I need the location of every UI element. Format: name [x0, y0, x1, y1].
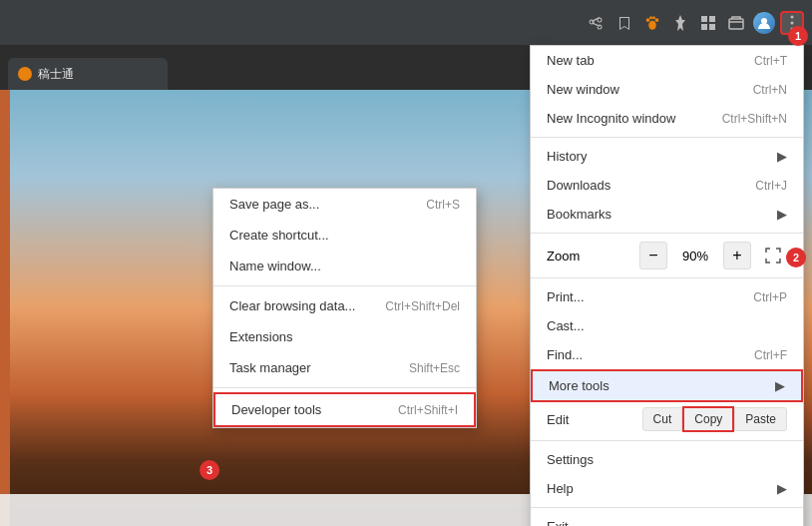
menu-new-window[interactable]: New window Ctrl+N: [531, 75, 803, 104]
avatar[interactable]: [752, 11, 776, 35]
paste-button[interactable]: Paste: [734, 407, 787, 431]
menu-sep1: [531, 137, 803, 138]
share-icon[interactable]: [585, 11, 609, 35]
menu-exit[interactable]: Exit: [531, 512, 803, 526]
submenu-create-shortcut[interactable]: Create shortcut...: [213, 220, 476, 251]
menu-sep3: [531, 277, 803, 278]
copy-button[interactable]: Copy: [682, 406, 734, 432]
zoom-minus-button[interactable]: −: [639, 242, 667, 269]
submenu-clear-browsing[interactable]: Clear browsing data... Ctrl+Shift+Del: [213, 290, 476, 321]
menu-new-incognito[interactable]: New Incognito window Ctrl+Shift+N: [531, 104, 803, 133]
submenu-task-manager[interactable]: Task manager Shift+Esc: [213, 352, 476, 383]
badge-1: 1: [788, 26, 808, 46]
svg-point-11: [791, 15, 794, 18]
svg-point-1: [649, 16, 652, 19]
menu-sep5: [531, 507, 803, 508]
svg-rect-9: [729, 19, 743, 29]
paw-icon[interactable]: [640, 11, 664, 35]
svg-point-2: [652, 16, 655, 19]
submenu-sep1: [213, 285, 476, 286]
more-tools-submenu: Save page as... Ctrl+S Create shortcut..…: [212, 188, 477, 428]
fullscreen-button[interactable]: [759, 242, 787, 269]
zoom-row: Zoom − 90% +: [531, 238, 803, 273]
svg-point-0: [646, 18, 650, 22]
edit-row: Edit Cut Copy Paste: [531, 402, 803, 436]
active-tab[interactable]: 稿士通: [8, 58, 168, 90]
svg-point-12: [791, 21, 794, 24]
svg-point-4: [648, 20, 656, 29]
pin-icon[interactable]: [668, 11, 692, 35]
menu-sep4: [531, 440, 803, 441]
menu-settings[interactable]: Settings: [531, 445, 803, 474]
menu-more-tools[interactable]: More tools ▶: [531, 369, 803, 402]
svg-rect-7: [701, 24, 707, 30]
menu-cast[interactable]: Cast...: [531, 311, 803, 340]
menu-print[interactable]: Print... Ctrl+P: [531, 282, 803, 311]
tab-title: 稿士通: [38, 66, 74, 83]
submenu-sep2: [213, 387, 476, 388]
svg-rect-8: [709, 24, 715, 30]
zoom-plus-button[interactable]: +: [723, 242, 751, 269]
toolbar: [0, 0, 812, 45]
menu-history[interactable]: History ▶: [531, 142, 803, 171]
svg-rect-5: [701, 16, 707, 22]
menu-help[interactable]: Help ▶: [531, 474, 803, 503]
submenu-developer-tools[interactable]: Developer tools Ctrl+Shift+I: [213, 392, 476, 427]
zoom-value: 90%: [675, 249, 715, 263]
badge-3: 3: [200, 460, 219, 480]
main-dropdown-menu: New tab Ctrl+T New window Ctrl+N New Inc…: [530, 45, 804, 526]
tab-favicon: [18, 67, 32, 81]
menu-new-tab[interactable]: New tab Ctrl+T: [531, 46, 803, 75]
tab-icon[interactable]: [724, 11, 748, 35]
submenu-extensions[interactable]: Extensions: [213, 321, 476, 352]
grid-icon[interactable]: [696, 11, 720, 35]
menu-find[interactable]: Find... Ctrl+F: [531, 340, 803, 369]
submenu-save-page[interactable]: Save page as... Ctrl+S: [213, 189, 476, 220]
cut-button[interactable]: Cut: [642, 407, 683, 431]
svg-point-3: [655, 18, 659, 22]
left-strip: [0, 90, 10, 526]
menu-sep2: [531, 233, 803, 234]
svg-rect-6: [709, 16, 715, 22]
badge-2: 2: [786, 248, 806, 267]
bookmark-icon[interactable]: [612, 11, 636, 35]
submenu-name-window[interactable]: Name window...: [213, 251, 476, 281]
menu-bookmarks[interactable]: Bookmarks ▶: [531, 200, 803, 229]
menu-downloads[interactable]: Downloads Ctrl+J: [531, 171, 803, 200]
